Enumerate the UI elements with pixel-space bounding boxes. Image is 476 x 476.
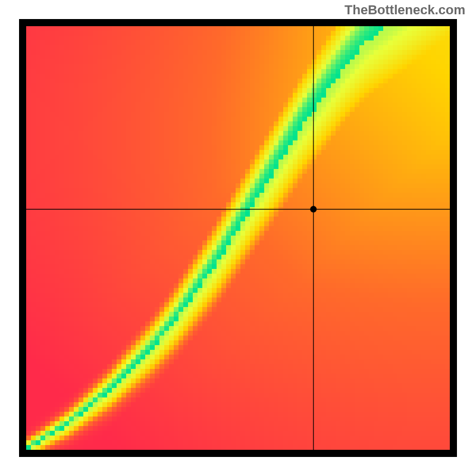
heatmap-canvas: [19, 19, 457, 457]
heatmap-plot: [19, 19, 457, 457]
watermark-text: TheBottleneck.com: [345, 2, 465, 18]
